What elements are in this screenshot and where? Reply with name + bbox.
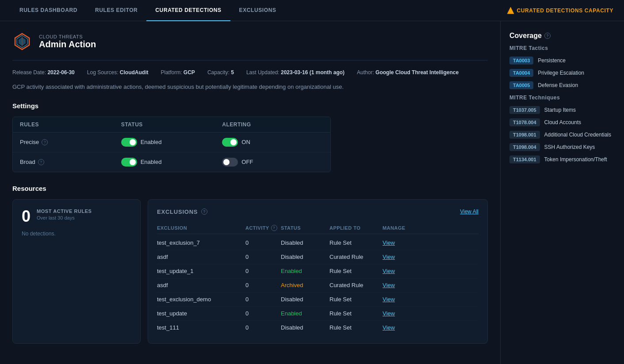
precise-alerting-toggle[interactable]	[222, 138, 238, 147]
nav-rules-dashboard[interactable]: RULES DASHBOARD	[11, 0, 86, 21]
capacity-warning[interactable]: CURATED DETECTIONS CAPACITY	[507, 7, 613, 14]
exc-col-status: Status	[281, 225, 329, 231]
exclusions-card: EXCLUSIONS ? View All Exclusion Activity…	[148, 199, 488, 344]
tactic-badge-2[interactable]: TA0005	[509, 81, 533, 89]
rule-broad: Broad ?	[20, 159, 121, 165]
table-row: test_111 0 Disabled Rule Set View	[157, 321, 479, 334]
tactic-badge-1[interactable]: TA0004	[509, 69, 533, 77]
technique-badge-0[interactable]: T1037.005	[509, 106, 540, 114]
page-title: Admin Action	[39, 39, 96, 49]
capacity-label: CURATED DETECTIONS CAPACITY	[517, 8, 613, 14]
tactic-label-0: Persistence	[538, 57, 566, 64]
exc-status-1: Disabled	[281, 254, 329, 260]
release-date: Release Date: 2022-06-30	[12, 69, 75, 76]
broad-toggle-thumb	[130, 159, 136, 165]
technique-badge-3[interactable]: T1098.004	[509, 143, 540, 151]
precise-help-icon[interactable]: ?	[42, 139, 48, 145]
page-header: CLOUD THREATS Admin Action	[12, 32, 488, 61]
category-label: CLOUD THREATS	[39, 34, 96, 39]
coverage-help-icon[interactable]: ?	[544, 33, 551, 39]
settings-title: Settings	[12, 102, 488, 110]
precise-status-toggle[interactable]	[121, 138, 137, 147]
exc-activity-2: 0	[245, 268, 281, 274]
technique-label-3: SSH Authorized Keys	[544, 144, 595, 150]
log-sources: Log Sources: CloudAudit	[87, 69, 149, 76]
table-row: asdf 0 Disabled Curated Rule View	[157, 250, 479, 264]
table-row: test_update_1 0 Enabled Rule Set View	[157, 264, 479, 278]
settings-table: Rules Status Alerting Precise ? Enabled	[12, 117, 331, 172]
exc-activity-3: 0	[245, 282, 281, 288]
exc-col-applied-to: Applied To	[329, 225, 383, 231]
exc-view-4[interactable]: View	[383, 296, 418, 303]
author: Author: Google Cloud Threat Intelligence	[357, 69, 459, 76]
no-detections-message: No detections.	[22, 231, 131, 237]
exc-view-6[interactable]: View	[383, 324, 418, 331]
exc-name-3: asdf	[157, 282, 245, 288]
mitre-tactics-label: MITRE Tactics	[509, 45, 615, 51]
exc-status-0: Disabled	[281, 239, 329, 246]
exc-applied-4: Rule Set	[329, 296, 383, 303]
exclusions-table-header: Exclusion Activity ? Status Applied To M…	[157, 222, 479, 234]
technique-row-1: T1078.004 Cloud Accounts	[509, 118, 615, 126]
rule-precise: Precise ?	[20, 139, 121, 145]
exc-view-1[interactable]: View	[383, 254, 418, 260]
exclusions-help-icon[interactable]: ?	[201, 209, 207, 215]
card-header: 0 MOST ACTIVE RULES Over last 30 days	[22, 209, 131, 224]
col-alerting: Alerting	[222, 121, 323, 128]
view-all-link[interactable]: View All	[460, 209, 479, 215]
exclusions-title: EXCLUSIONS ?	[157, 209, 207, 215]
exc-applied-3: Curated Rule	[329, 282, 383, 288]
exc-view-5[interactable]: View	[383, 310, 418, 317]
exc-activity-4: 0	[245, 296, 281, 303]
exc-name-0: test_exclusion_7	[157, 239, 245, 246]
broad-status-cell: Enabled	[121, 158, 222, 167]
col-rules: Rules	[20, 121, 121, 128]
most-active-card: 0 MOST ACTIVE RULES Over last 30 days No…	[12, 199, 141, 344]
broad-help-icon[interactable]: ?	[38, 159, 44, 165]
technique-badge-4[interactable]: T1134.001	[509, 155, 540, 163]
exc-status-3: Archived	[281, 282, 329, 288]
platform: Platform: GCP	[161, 69, 195, 76]
tactic-row-0: TA0003 Persistence	[509, 57, 615, 64]
exc-applied-2: Rule Set	[329, 268, 383, 274]
right-panel: Coverage ? MITRE Tactics TA0003 Persiste…	[500, 21, 624, 364]
nav-curated-detections[interactable]: CURATED DETECTIONS	[146, 0, 230, 21]
precise-toggle-thumb	[130, 139, 136, 145]
broad-alerting-toggle[interactable]	[222, 158, 238, 167]
exc-col-manage: Manage	[383, 225, 418, 231]
main-content: CLOUD THREATS Admin Action Release Date:…	[0, 21, 500, 364]
exc-applied-0: Rule Set	[329, 239, 383, 246]
exc-view-2[interactable]: View	[383, 268, 418, 274]
exclusions-header: EXCLUSIONS ? View All	[157, 209, 479, 215]
exc-status-2: Enabled	[281, 268, 329, 274]
nav-rules-editor[interactable]: RULES EDITOR	[86, 0, 146, 21]
exc-status-4: Disabled	[281, 296, 329, 303]
exc-activity-6: 0	[245, 324, 281, 331]
table-row: test_exclusion_7 0 Disabled Rule Set Vie…	[157, 236, 479, 250]
technique-row-3: T1098.004 SSH Authorized Keys	[509, 143, 615, 151]
exc-status-5: Enabled	[281, 310, 329, 317]
metadata-row: Release Date: 2022-06-30 Log Sources: Cl…	[12, 69, 488, 76]
exc-activity-1: 0	[245, 254, 281, 260]
tactic-badge-0[interactable]: TA0003	[509, 57, 533, 64]
resources-grid: 0 MOST ACTIVE RULES Over last 30 days No…	[12, 199, 488, 344]
technique-badge-2[interactable]: T1098.001	[509, 131, 540, 139]
broad-alerting-cell: OFF	[222, 158, 323, 167]
exc-name-6: test_111	[157, 324, 245, 331]
exc-status-6: Disabled	[281, 324, 329, 331]
table-row: test_exclusion_demo 0 Disabled Rule Set …	[157, 292, 479, 307]
precise-alerting-thumb	[230, 139, 237, 145]
technique-label-2: Additional Cloud Credentials	[544, 132, 611, 138]
technique-badge-1[interactable]: T1078.004	[509, 118, 540, 126]
exc-view-3[interactable]: View	[383, 282, 418, 288]
resources-title: Resources	[12, 185, 488, 192]
technique-label-0: Startup Items	[544, 107, 576, 113]
broad-status-toggle[interactable]	[121, 158, 137, 167]
activity-help-icon[interactable]: ?	[271, 225, 277, 231]
exc-activity-0: 0	[245, 239, 281, 246]
rule-description: GCP activity associated with administrat…	[12, 83, 488, 91]
exc-view-0[interactable]: View	[383, 239, 418, 246]
tactic-row-2: TA0005 Defense Evasion	[509, 81, 615, 89]
nav-exclusions[interactable]: EXCLUSIONS	[230, 0, 285, 21]
tactic-label-2: Defense Evasion	[538, 82, 578, 88]
